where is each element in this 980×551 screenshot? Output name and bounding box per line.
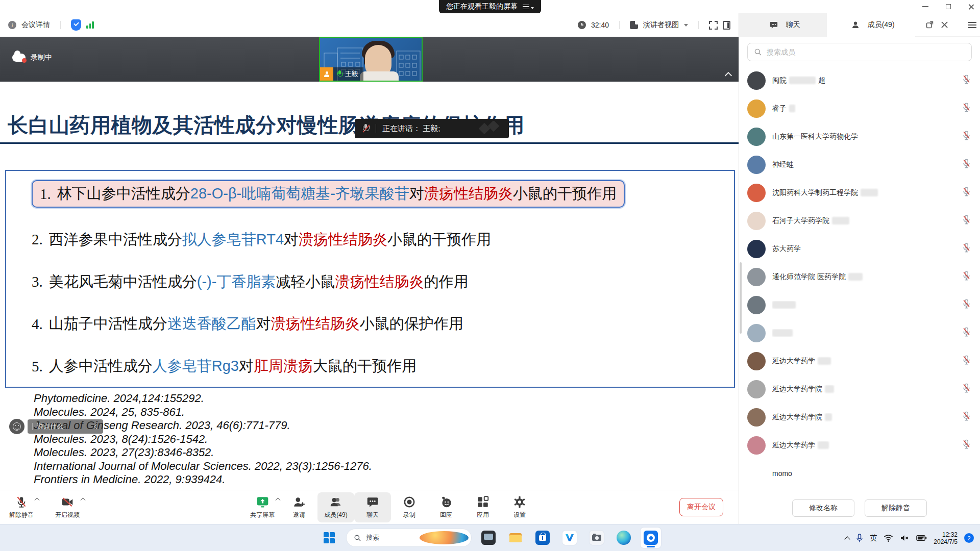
member-mic-muted-icon: [962, 159, 971, 169]
close-button[interactable]: [968, 4, 974, 10]
member-row[interactable]: 延边大学药学院: [739, 403, 980, 431]
unmute-footer-button[interactable]: 解除静音: [865, 499, 927, 517]
taskbar-search-label: 搜索: [366, 533, 415, 542]
start-video-button[interactable]: 开启视频: [49, 492, 86, 522]
windows-taskbar: 搜索 英: [0, 524, 980, 551]
volume-muted-icon[interactable]: [900, 534, 910, 542]
member-row[interactable]: 睿子: [739, 94, 980, 122]
search-highlight-icon[interactable]: [420, 531, 469, 544]
member-row[interactable]: 闽院超: [739, 66, 980, 94]
edge-browser-icon[interactable]: [614, 528, 634, 548]
dark-app-icon[interactable]: [478, 528, 499, 548]
collapse-video-bar-icon[interactable]: [725, 71, 731, 78]
rename-button[interactable]: 修改名称: [792, 499, 854, 517]
tab-chat[interactable]: 聊天: [739, 13, 827, 37]
member-mic-muted-icon: [962, 439, 971, 449]
member-avatar: [747, 268, 766, 286]
record-icon: [403, 495, 416, 509]
battery-icon[interactable]: [916, 535, 927, 541]
chat-bubble-icon: [366, 495, 379, 509]
reference-line: International Journal of Molecular Scien…: [34, 460, 372, 473]
ime-indicator[interactable]: 英: [870, 534, 877, 543]
security-shield-icon[interactable]: [71, 19, 81, 31]
chat-tab-icon: [766, 17, 781, 33]
members-button[interactable]: 成员(49): [317, 492, 354, 522]
invite-button[interactable]: 邀请: [281, 492, 317, 522]
share-screen-button[interactable]: 共享屏幕: [244, 492, 281, 522]
member-row[interactable]: 石河子大学药学院: [739, 207, 980, 235]
apps-button[interactable]: 应用: [464, 492, 501, 522]
toast-menu-icon[interactable]: [523, 5, 534, 9]
notification-badge[interactable]: 2: [964, 533, 974, 543]
tab-members[interactable]: 成员(49): [827, 13, 915, 37]
meeting-app-icon[interactable]: [641, 528, 661, 548]
unmute-button[interactable]: 解除静音: [3, 492, 40, 522]
member-row[interactable]: 延边大学药学: [739, 431, 980, 459]
member-search-box[interactable]: [747, 43, 972, 61]
mic-options-chevron[interactable]: [35, 498, 40, 503]
presenter-video-thumbnail[interactable]: 王毅: [319, 37, 423, 82]
slide-item: 1.林下山参中活性成分28-O-β-吡喃葡萄糖基-齐墩果酸苷对溃疡性结肠炎小鼠的…: [6, 180, 734, 208]
emoji-button[interactable]: [9, 419, 24, 434]
timer-clock-icon: [578, 21, 586, 29]
member-list[interactable]: 闽院超睿子山东第一医科大学药物化学神经蛙沈阳药科大学制药工程学院石河子大学药学院…: [739, 66, 980, 492]
microsoft-store-icon[interactable]: [532, 528, 553, 548]
slide-item: 3.美花风毛菊中活性成分(-)-丁香脂素减轻小鼠溃疡性结肠炎的作用: [6, 272, 734, 292]
share-options-chevron[interactable]: [276, 498, 281, 503]
network-signal-icon[interactable]: [86, 21, 94, 29]
taskbar-clock[interactable]: 12:32 2024/7/5: [934, 531, 958, 545]
member-row[interactable]: [739, 291, 980, 319]
member-row[interactable]: momo: [739, 459, 980, 487]
member-name: 神经蛙: [772, 160, 955, 169]
close-panel-icon[interactable]: [937, 17, 952, 33]
wifi-icon[interactable]: [884, 534, 893, 542]
file-explorer-icon[interactable]: [505, 528, 526, 548]
settings-button[interactable]: 设置: [501, 492, 538, 522]
v-app-icon[interactable]: [559, 528, 580, 548]
member-row[interactable]: 延边大学药学: [739, 347, 980, 375]
view-mode-caret-icon[interactable]: [684, 24, 688, 27]
tray-mic-icon[interactable]: [856, 534, 863, 543]
recording-indicator[interactable]: 录制中: [12, 53, 52, 62]
member-mic-muted-icon: [962, 299, 971, 309]
camera-app-icon[interactable]: [586, 528, 607, 548]
member-mic-muted-icon: [962, 74, 971, 85]
member-row[interactable]: 沈阳药科大学制药工程学院: [739, 179, 980, 207]
view-mode-button[interactable]: 演讲者视图: [643, 20, 679, 30]
panel-scrollbar[interactable]: [740, 262, 742, 334]
chat-button[interactable]: 聊天: [354, 492, 391, 522]
member-row[interactable]: 苏大药学: [739, 235, 980, 263]
popout-panel-icon[interactable]: [922, 17, 937, 33]
member-name: [772, 301, 955, 309]
camera-off-icon: [61, 495, 74, 509]
start-button[interactable]: [319, 528, 339, 548]
redacted-name: [772, 329, 793, 337]
taskbar-search[interactable]: 搜索: [346, 529, 472, 547]
leave-meeting-button[interactable]: 离开会议: [679, 498, 723, 516]
maximize-button[interactable]: [946, 4, 951, 9]
sidebar-toggle-icon[interactable]: [723, 21, 730, 30]
member-row[interactable]: 神经蛙: [739, 151, 980, 179]
collapse-chat-icon[interactable]: [94, 424, 100, 429]
member-search-input[interactable]: [767, 48, 965, 56]
clock-date: 2024/7/5: [934, 538, 958, 545]
slide-item: 4.山茄子中活性成分迷迭香酸乙酯对溃疡性结肠炎小鼠的保护作用: [6, 314, 734, 334]
side-panel: 聊天 成员(49): [739, 13, 980, 524]
reactions-button[interactable]: 回应: [428, 492, 464, 522]
record-button[interactable]: 录制: [391, 492, 428, 522]
tray-chevron-up-icon[interactable]: [845, 536, 850, 542]
video-options-chevron[interactable]: [81, 498, 86, 503]
redacted-name: [818, 357, 831, 365]
member-name: 延边大学药学院: [772, 413, 955, 422]
member-row[interactable]: [739, 319, 980, 347]
redacted-name: [832, 217, 849, 224]
more-menu-icon[interactable]: [965, 17, 980, 33]
fullscreen-icon[interactable]: [709, 21, 718, 30]
member-row[interactable]: 延边大学药学院: [739, 375, 980, 403]
minimize-button[interactable]: [922, 6, 928, 7]
quick-chat-input[interactable]: 说点什么: [28, 419, 103, 434]
member-row[interactable]: 山东第一医科大学药物化学: [739, 122, 980, 151]
member-row[interactable]: 通化师范学院 医药学院: [739, 263, 980, 291]
meeting-details-button[interactable]: 会议详情: [21, 20, 50, 30]
member-avatar: [747, 71, 766, 90]
